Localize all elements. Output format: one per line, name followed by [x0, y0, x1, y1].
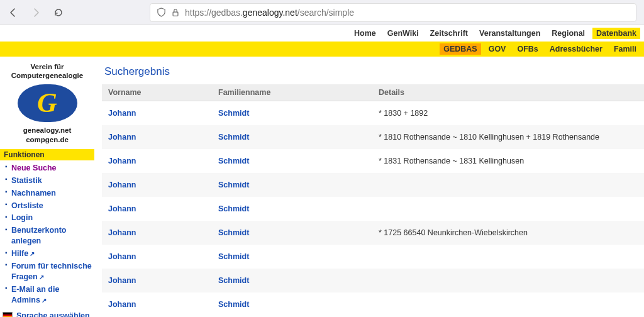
browser-toolbar: https://gedbas.genealogy.net/search/simp…: [0, 0, 644, 25]
language-link[interactable]: Sprache auswählen: [16, 311, 90, 317]
familienname-link[interactable]: Schmidt: [218, 300, 249, 309]
table-row: JohannSchmidt* 1831 Rothensande ~ 1831 K…: [102, 149, 644, 173]
familienname-link[interactable]: Schmidt: [218, 181, 249, 189]
table-row: JohannSchmidt* 1725 66540 Neunkirchen-Wi…: [102, 221, 644, 245]
sidebar-item-forum[interactable]: Forum für technische Fragen: [5, 260, 94, 283]
details-cell: * 1830 + 1892: [372, 101, 644, 126]
sidebar: Verein für Computergenealogie G genealog…: [0, 57, 94, 317]
flag-icon: [3, 312, 13, 317]
familienname-link[interactable]: Schmidt: [218, 109, 249, 118]
table-row: JohannSchmidt: [102, 269, 644, 292]
vorname-link[interactable]: Johann: [108, 252, 136, 261]
sidebar-item-benutzerkonto[interactable]: Benutzerkonto anlegen: [5, 225, 94, 248]
sidebar-link[interactable]: Hilfe: [11, 249, 35, 258]
back-button[interactable]: [8, 7, 19, 18]
logo-sub-line2: compgen.de: [4, 135, 91, 145]
nav-datenbank[interactable]: Datenbank: [592, 28, 640, 39]
sidebar-item-hilfe[interactable]: Hilfe: [5, 248, 94, 260]
funktionen-list: Neue Suche Statistik Nachnamen Ortsliste…: [0, 160, 94, 309]
sidebar-item-login[interactable]: Login: [5, 212, 94, 225]
nav-home[interactable]: Home: [350, 28, 380, 39]
sidebar-item-neue-suche[interactable]: Neue Suche: [5, 162, 94, 174]
familienname-link[interactable]: Schmidt: [218, 157, 249, 165]
svg-rect-0: [173, 12, 178, 16]
main-content: Suchergebnis Vorname Familienname Detail…: [94, 57, 644, 317]
url-bar[interactable]: https://gedbas.genealogy.net/search/simp…: [150, 3, 636, 22]
details-cell: [372, 269, 644, 292]
language-selector[interactable]: Sprache auswählen: [0, 309, 94, 317]
col-familienname: Familienname: [212, 84, 372, 101]
funktionen-heading: Funktionen: [0, 149, 94, 160]
lock-icon: [171, 8, 180, 17]
table-header-row: Vorname Familienname Details: [102, 84, 644, 101]
topnav-secondary: GEDBAS GOV OFBs Adressbücher Famili: [0, 42, 644, 57]
subnav-ofbs[interactable]: OFBs: [513, 43, 541, 55]
reload-button[interactable]: [53, 7, 64, 18]
vorname-link[interactable]: Johann: [108, 204, 136, 213]
col-details: Details: [372, 84, 644, 101]
table-row: JohannSchmidt: [102, 173, 644, 197]
table-row: JohannSchmidt: [102, 292, 644, 316]
nav-zeitschrift[interactable]: Zeitschrift: [426, 28, 472, 39]
nav-buttons: [8, 7, 64, 18]
vorname-link[interactable]: Johann: [108, 157, 136, 165]
content-wrap: Verein für Computergenealogie G genealog…: [0, 57, 644, 317]
logo-sub-line1: genealogy.net: [4, 126, 91, 135]
nav-veranstaltungen[interactable]: Veranstaltungen: [475, 28, 544, 39]
details-cell: [372, 292, 644, 316]
subnav-familien[interactable]: Famili: [610, 43, 640, 55]
forward-button[interactable]: [30, 7, 42, 18]
vorname-link[interactable]: Johann: [108, 181, 136, 189]
col-vorname: Vorname: [102, 84, 212, 101]
logo-title-line1: Verein für: [4, 63, 91, 72]
vorname-link[interactable]: Johann: [108, 109, 136, 118]
sidebar-link[interactable]: Statistik: [11, 176, 42, 185]
familienname-link[interactable]: Schmidt: [218, 228, 249, 237]
sidebar-item-statistik[interactable]: Statistik: [5, 174, 94, 187]
sidebar-item-ortsliste[interactable]: Ortsliste: [5, 199, 94, 212]
details-cell: [372, 197, 644, 221]
details-cell: [372, 245, 644, 269]
sidebar-link[interactable]: Forum für technische Fragen: [11, 262, 92, 281]
url-pre: https://gedbas.: [185, 8, 243, 18]
familienname-link[interactable]: Schmidt: [218, 276, 249, 285]
topnav-primary: Home GenWiki Zeitschrift Veranstaltungen…: [0, 25, 644, 42]
sidebar-link[interactable]: Neue Suche: [11, 164, 57, 172]
url-domain: genealogy.net: [243, 8, 297, 18]
familienname-link[interactable]: Schmidt: [218, 133, 249, 142]
url-text: https://gedbas.genealogy.net/search/simp…: [185, 8, 354, 18]
familienname-link[interactable]: Schmidt: [218, 252, 249, 261]
subnav-gedbas[interactable]: GEDBAS: [440, 43, 480, 55]
details-cell: * 1831 Rothensande ~ 1831 Kellinghusen: [372, 149, 644, 173]
table-row: JohannSchmidt* 1810 Rothensande ~ 1810 K…: [102, 125, 644, 149]
vorname-link[interactable]: Johann: [108, 300, 136, 309]
details-cell: [372, 173, 644, 197]
nav-genwiki[interactable]: GenWiki: [384, 28, 423, 39]
vorname-link[interactable]: Johann: [108, 228, 136, 237]
page-title: Suchergebnis: [104, 65, 644, 78]
table-row: JohannSchmidt: [102, 197, 644, 221]
details-cell: * 1725 66540 Neunkirchen-Wiebelskirchen: [372, 221, 644, 245]
sidebar-link[interactable]: Login: [11, 213, 33, 222]
sidebar-item-nachnamen[interactable]: Nachnamen: [5, 187, 94, 199]
logo-title-line2: Computergenealogie: [4, 72, 91, 81]
logo-image[interactable]: G: [18, 84, 77, 122]
subnav-adressbuecher[interactable]: Adressbücher: [546, 43, 606, 55]
sidebar-link[interactable]: Benutzerkonto anlegen: [11, 226, 67, 245]
subnav-gov[interactable]: GOV: [485, 43, 510, 55]
sidebar-link[interactable]: Nachnamen: [11, 189, 56, 197]
vorname-link[interactable]: Johann: [108, 276, 136, 285]
logo-box: Verein für Computergenealogie G genealog…: [0, 63, 94, 149]
table-row: JohannSchmidt: [102, 245, 644, 269]
vorname-link[interactable]: Johann: [108, 133, 136, 142]
sidebar-link[interactable]: Ortsliste: [11, 201, 43, 210]
results-table: Vorname Familienname Details JohannSchmi…: [102, 84, 644, 316]
table-row: JohannSchmidt* 1830 + 1892: [102, 101, 644, 126]
nav-regional[interactable]: Regional: [548, 28, 589, 39]
shield-icon: [157, 8, 166, 17]
sidebar-item-email-admins[interactable]: E-Mail an die Admins: [5, 283, 94, 306]
url-post: /search/simple: [297, 8, 354, 18]
familienname-link[interactable]: Schmidt: [218, 204, 249, 213]
sidebar-link[interactable]: E-Mail an die Admins: [11, 285, 59, 304]
details-cell: * 1810 Rothensande ~ 1810 Kellinghusen +…: [372, 125, 644, 149]
